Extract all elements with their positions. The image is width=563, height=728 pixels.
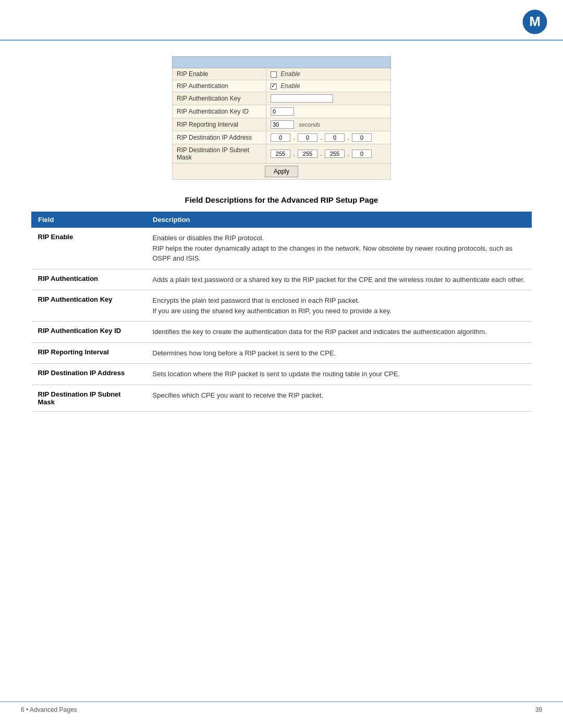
desc-field-rip-subnet: RIP Destination IP Subnet Mask [32, 385, 146, 411]
desc-row-rip-auth: RIP Authentication Adds a plain text pas… [32, 269, 532, 290]
form-header-row [173, 57, 391, 68]
rip-auth-text: Enable [280, 82, 300, 90]
desc-field-rip-dest-ip: RIP Destination IP Address [32, 364, 146, 385]
desc-authkey-line-1: Encrypts the plain text password that is… [153, 295, 525, 306]
desc-line-1: Enables or disables the RIP protocol. [153, 233, 525, 243]
rip-auth-key-label: RIP Authentication Key [173, 92, 266, 105]
desc-field-rip-auth-keyid: RIP Authentication Key ID [32, 322, 146, 343]
rip-subnet-oct1[interactable] [271, 150, 290, 158]
rip-auth-keyid-value [266, 105, 391, 118]
rip-interval-row: RIP Reporting Interval seconds [173, 118, 391, 131]
desc-line-2: RIP helps the router dynamically adapt t… [153, 243, 525, 264]
subnet-sep-3: . [347, 150, 349, 157]
ip-sep-1: . [293, 134, 295, 141]
rip-dest-ip-oct2[interactable] [298, 133, 317, 142]
rip-auth-key-input[interactable] [271, 94, 333, 103]
desc-subnet-line-1: Specifies which CPE you want to receive … [153, 390, 525, 401]
rip-dest-ip-label: RIP Destination IP Address [173, 131, 266, 144]
rip-subnet-oct3[interactable] [325, 150, 345, 158]
rip-enable-value: Enable [266, 68, 391, 80]
rip-interval-label: RIP Reporting Interval [173, 118, 266, 131]
subnet-sep-1: . [293, 150, 295, 157]
rip-auth-value: Enable [266, 80, 391, 92]
rip-interval-value: seconds [266, 118, 391, 131]
desc-row-rip-auth-keyid: RIP Authentication Key ID Identifies the… [32, 322, 532, 343]
rip-auth-keyid-label: RIP Authentication Key ID [173, 105, 266, 118]
page-footer: 6 • Advanced Pages 39 [0, 701, 563, 718]
ip-sep-3: . [347, 134, 349, 141]
rip-subnet-row: RIP Destination IP Subnet Mask . . . [173, 144, 391, 164]
motorola-logo-icon: M [522, 9, 547, 34]
svg-text:M: M [529, 14, 541, 29]
desc-text-rip-enable: Enables or disables the RIP protocol. RI… [146, 228, 532, 269]
col-field-header: Field [32, 212, 146, 228]
desc-field-rip-auth: RIP Authentication [32, 269, 146, 290]
section-title: Field Descriptions for the Advanced RIP … [31, 195, 532, 204]
desc-destip-line-1: Sets location where the RIP packet is se… [153, 369, 525, 379]
desc-field-rip-enable: RIP Enable [32, 228, 146, 269]
rip-dest-ip-oct1[interactable] [271, 133, 290, 142]
rip-auth-keyid-input[interactable] [271, 107, 294, 116]
rip-auth-checkbox[interactable] [271, 83, 277, 90]
rip-dest-ip-oct4[interactable] [352, 133, 372, 142]
desc-header-row: Field Description [32, 212, 532, 228]
desc-row-rip-dest-ip: RIP Destination IP Address Sets location… [32, 364, 532, 385]
rip-dest-ip-row: RIP Destination IP Address . . . [173, 131, 391, 144]
rip-subnet-label: RIP Destination IP Subnet Mask [173, 144, 266, 164]
rip-interval-unit: seconds [299, 121, 320, 128]
subnet-sep-2: . [320, 150, 322, 157]
rip-enable-row: RIP Enable Enable [173, 68, 391, 80]
desc-text-rip-auth-key: Encrypts the plain text password that is… [146, 290, 532, 322]
ip-sep-2: . [320, 134, 322, 141]
rip-subnet-oct2[interactable] [298, 150, 317, 158]
desc-row-rip-enable: RIP Enable Enables or disables the RIP p… [32, 228, 532, 269]
rip-subnet-oct4[interactable] [352, 150, 372, 158]
rip-dest-ip-value: . . . [266, 131, 391, 144]
rip-enable-label: RIP Enable [173, 68, 266, 80]
desc-text-rip-dest-ip: Sets location where the RIP packet is se… [146, 364, 532, 385]
rip-auth-keyid-row: RIP Authentication Key ID [173, 105, 391, 118]
desc-interval-line-1: Determines how long before a RIP packet … [153, 348, 525, 359]
desc-row-rip-auth-key: RIP Authentication Key Encrypts the plai… [32, 290, 532, 322]
desc-row-rip-interval: RIP Reporting Interval Determines how lo… [32, 342, 532, 364]
apply-row: Apply [173, 164, 391, 180]
desc-field-rip-auth-key: RIP Authentication Key [32, 290, 146, 322]
desc-authkey-line-2: If you are using the shared key authenti… [153, 306, 525, 316]
desc-row-rip-subnet: RIP Destination IP Subnet Mask Specifies… [32, 385, 532, 411]
descriptions-table: Field Description RIP Enable Enables or … [31, 212, 532, 412]
footer-right: 39 [535, 706, 542, 713]
desc-authkeyid-line-1: Identifies the key to create the authent… [153, 327, 525, 337]
footer-left: 6 • Advanced Pages [21, 706, 77, 713]
rip-subnet-value: . . . [266, 144, 391, 164]
page-header: M [0, 0, 563, 41]
rip-interval-input[interactable] [271, 120, 294, 129]
rip-form-table: RIP Enable Enable RIP Authentication Ena… [172, 56, 391, 180]
desc-text-rip-subnet: Specifies which CPE you want to receive … [146, 385, 532, 411]
col-desc-header: Description [146, 212, 532, 228]
desc-text-rip-auth: Adds a plain text password or a shared k… [146, 269, 532, 290]
rip-auth-key-row: RIP Authentication Key [173, 92, 391, 105]
rip-auth-key-value [266, 92, 391, 105]
rip-dest-ip-oct3[interactable] [325, 133, 345, 142]
main-content: RIP Enable Enable RIP Authentication Ena… [0, 41, 563, 443]
desc-field-rip-interval: RIP Reporting Interval [32, 342, 146, 364]
rip-enable-text: Enable [280, 70, 300, 78]
desc-text-rip-interval: Determines how long before a RIP packet … [146, 342, 532, 364]
rip-enable-checkbox[interactable] [271, 71, 277, 78]
rip-auth-label: RIP Authentication [173, 80, 266, 92]
apply-button[interactable]: Apply [265, 166, 298, 177]
rip-form-container: RIP Enable Enable RIP Authentication Ena… [31, 56, 532, 180]
desc-text-rip-auth-keyid: Identifies the key to create the authent… [146, 322, 532, 343]
desc-auth-line-1: Adds a plain text password or a shared k… [153, 275, 525, 285]
rip-auth-row: RIP Authentication Enable [173, 80, 391, 92]
